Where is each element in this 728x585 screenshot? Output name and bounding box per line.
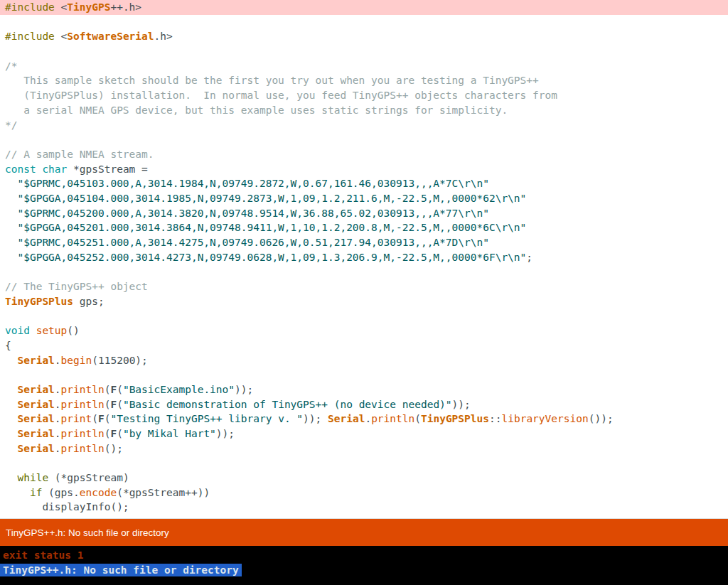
code-token: "by Mikal Hart" xyxy=(123,428,216,439)
code-token: Serial xyxy=(328,413,365,424)
code-token: println xyxy=(371,413,414,424)
code-line[interactable]: { xyxy=(0,338,728,353)
arduino-ide-window: #include <TinyGPS++.h> #include <Softwar… xyxy=(0,0,728,585)
code-token: )); xyxy=(216,428,235,439)
code-line[interactable]: const char *gpsStream = xyxy=(0,162,728,177)
console-output[interactable]: exit status 1 TinyGPS++.h: No such file … xyxy=(0,546,728,585)
code-token xyxy=(5,472,17,483)
code-token xyxy=(5,399,17,410)
code-token: */ xyxy=(5,119,17,131)
code-token: (*gpsStream) xyxy=(48,472,129,483)
code-editor[interactable]: #include <TinyGPS++.h> #include <Softwar… xyxy=(0,0,728,518)
code-token: print xyxy=(61,413,92,424)
code-token: if xyxy=(30,487,42,498)
code-token: Serial xyxy=(17,355,54,366)
code-token: while xyxy=(17,472,48,483)
code-token: TinyGPS xyxy=(67,1,110,13)
error-status-bar[interactable]: TinyGPS++.h: No such file or directory xyxy=(0,518,728,546)
code-line[interactable]: "$GPGGA,045104.000,3014.1985,N,09749.287… xyxy=(0,191,728,206)
code-line[interactable]: displayInfo(); xyxy=(0,500,728,515)
code-token: a serial NMEA GPS device, but this examp… xyxy=(5,104,508,116)
code-token: F xyxy=(110,428,117,439)
code-token: const xyxy=(5,163,36,175)
code-token: F xyxy=(110,384,117,395)
code-line[interactable] xyxy=(0,15,728,30)
console-error-line[interactable]: TinyGPS++.h: No such file or directory xyxy=(0,563,728,578)
code-line[interactable]: Serial.print(F("Testing TinyGPS++ librar… xyxy=(0,412,728,426)
code-token: (gps. xyxy=(42,487,79,498)
code-line[interactable] xyxy=(0,44,728,59)
code-token: . xyxy=(55,443,61,454)
code-line[interactable]: "$GPRMC,045251.000,A,3014.4275,N,09749.0… xyxy=(0,235,728,250)
code-line[interactable]: while (*gpsStream) xyxy=(0,471,728,485)
code-line[interactable]: Serial.println(); xyxy=(0,441,728,456)
console-exit-status: exit status 1 xyxy=(0,548,728,563)
code-line[interactable]: This sample sketch should be the first y… xyxy=(0,73,728,88)
console-error-selected-text: TinyGPS++.h: No such file or directory xyxy=(0,564,242,576)
code-line[interactable]: // The TinyGPS++ object xyxy=(0,279,728,294)
code-token: ( xyxy=(92,413,98,424)
code-token: println xyxy=(61,384,105,395)
code-token: Serial xyxy=(17,384,54,395)
code-token: // The TinyGPS++ object xyxy=(5,281,148,292)
code-token: void xyxy=(5,325,30,336)
code-token: begin xyxy=(61,355,92,366)
code-token: )); xyxy=(235,384,253,395)
code-token: "$GPGGA,045104.000,3014.1985,N,09749.287… xyxy=(17,193,526,204)
code-line[interactable]: TinyGPSPlus gps; xyxy=(0,294,728,309)
code-line[interactable]: // A sample NMEA stream. xyxy=(0,147,728,162)
code-line[interactable]: Serial.println(F("Basic demonstration of… xyxy=(0,397,728,412)
code-token: . xyxy=(55,355,61,366)
code-token: { xyxy=(5,340,11,351)
code-token: ( xyxy=(117,384,123,395)
code-line[interactable]: Serial.println(F("by Mikal Hart")); xyxy=(0,426,728,441)
code-token xyxy=(5,178,17,189)
code-token: (115200); xyxy=(92,355,148,366)
code-token: < xyxy=(61,1,68,13)
code-token: ( xyxy=(117,399,123,410)
code-token: "Basic demonstration of TinyGPS++ (no de… xyxy=(123,399,452,410)
code-line[interactable]: /* xyxy=(0,59,728,74)
code-line[interactable]: a serial NMEA GPS device, but this examp… xyxy=(0,103,728,118)
code-token xyxy=(5,384,17,395)
code-line[interactable]: "$GPRMC,045103.000,A,3014.1984,N,09749.2… xyxy=(0,176,728,191)
code-token: . xyxy=(365,413,371,424)
code-token: ( xyxy=(414,413,421,424)
code-line[interactable]: Serial.begin(115200); xyxy=(0,353,728,368)
code-token: // A sample NMEA stream. xyxy=(5,149,154,160)
code-line[interactable]: (TinyGPSPlus) installation. In normal us… xyxy=(0,88,728,103)
code-token: encode xyxy=(80,487,117,498)
code-token: Serial xyxy=(17,428,54,439)
error-status-message: TinyGPS++.h: No such file or directory xyxy=(0,527,169,538)
code-token: ( xyxy=(117,428,123,439)
code-token: println xyxy=(61,443,105,454)
code-token: ()); xyxy=(589,413,614,424)
code-token: . xyxy=(55,399,61,410)
code-line[interactable]: "$GPGGA,045252.000,3014.4273,N,09749.062… xyxy=(0,250,728,265)
code-token: . xyxy=(55,428,61,439)
code-line[interactable] xyxy=(0,264,728,279)
code-line[interactable]: void setup() xyxy=(0,323,728,338)
code-line[interactable]: if (gps.encode(*gpsStream++)) xyxy=(0,485,728,500)
code-line[interactable]: Serial.println(F("BasicExample.ino")); xyxy=(0,382,728,397)
code-token: (); xyxy=(105,443,123,454)
code-line[interactable]: "$GPRMC,045200.000,A,3014.3820,N,09748.9… xyxy=(0,206,728,221)
code-token xyxy=(5,487,30,498)
code-token: libraryVersion xyxy=(501,413,588,424)
code-token: #include xyxy=(5,1,61,13)
code-token: "$GPRMC,045200.000,A,3014.3820,N,09748.9… xyxy=(17,208,488,219)
code-line[interactable] xyxy=(0,132,728,147)
code-token: ++.h> xyxy=(110,1,141,13)
code-token: "$GPGGA,045201.000,3014.3864,N,09748.941… xyxy=(17,222,526,233)
code-line[interactable]: "$GPGGA,045201.000,3014.3864,N,09748.941… xyxy=(0,220,728,235)
code-line[interactable] xyxy=(0,367,728,382)
code-line[interactable] xyxy=(0,456,728,471)
code-line[interactable]: */ xyxy=(0,118,728,133)
code-line-error[interactable]: #include <TinyGPS++.h> xyxy=(0,0,728,15)
code-token: () xyxy=(67,325,79,336)
code-token: F xyxy=(98,413,105,424)
code-line[interactable] xyxy=(0,308,728,323)
code-token xyxy=(5,428,17,439)
code-token: displayInfo(); xyxy=(5,501,129,512)
code-line[interactable]: #include <SoftwareSerial.h> xyxy=(0,29,728,44)
